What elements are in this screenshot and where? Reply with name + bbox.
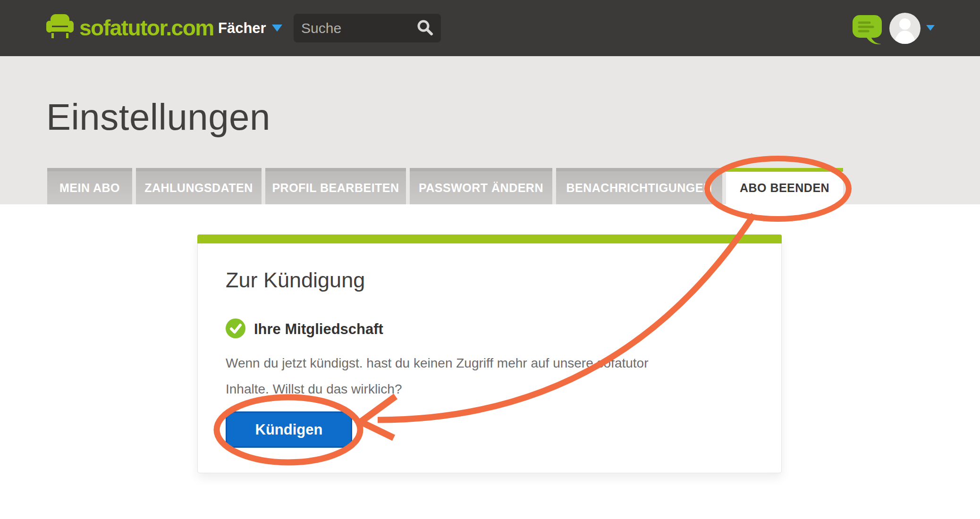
search-box	[294, 14, 441, 42]
page-title: Einstellungen	[46, 96, 270, 139]
cancellation-body-text: Wenn du jetzt kündigst. hast du keinen Z…	[226, 351, 726, 402]
search-input[interactable]	[301, 20, 416, 36]
chevron-down-icon	[272, 25, 282, 32]
navbar: sofatutor.com Fächer	[0, 0, 980, 56]
tab-benachrichtigungen[interactable]: BENACHRICHTIGUNGEN	[556, 168, 722, 204]
menu-label: Fächer	[218, 20, 266, 37]
account-chevron-down-icon[interactable]	[926, 25, 935, 31]
search-icon[interactable]	[416, 19, 433, 37]
card-top-accent-bar	[197, 234, 782, 243]
settings-header-section: Einstellungen MEIN ABO ZAHLUNGSDATEN PRO…	[0, 56, 980, 204]
body-line-2: Inhalte. Willst du das wirklich?	[226, 377, 726, 402]
person-icon	[889, 38, 921, 44]
check-circle-icon	[226, 318, 245, 340]
tab-mein-abo[interactable]: MEIN ABO	[47, 168, 132, 204]
brand-name: sofatutor.com	[79, 15, 214, 41]
tab-zahlungsdaten[interactable]: ZAHLUNGSDATEN	[136, 168, 262, 204]
sofa-icon	[46, 13, 74, 42]
card-heading: Zur Kündigung	[226, 268, 781, 293]
chat-bubble-icon	[852, 40, 884, 47]
tab-profil-bearbeiten[interactable]: PROFIL BEARBEITEN	[265, 168, 406, 204]
avatar[interactable]	[889, 13, 921, 44]
cancellation-card: Zur Kündigung Ihre Mitgliedschaft Wenn d…	[197, 234, 782, 473]
tab-passwort-aendern[interactable]: PASSWORT ÄNDERN	[410, 168, 552, 204]
membership-title: Ihre Mitgliedschaft	[254, 321, 383, 338]
tab-abo-beenden[interactable]: ABO BEENDEN	[726, 168, 843, 204]
brand-logo[interactable]: sofatutor.com	[46, 13, 214, 42]
body-line-1: Wenn du jetzt kündigst. hast du keinen Z…	[226, 351, 726, 377]
messages-button[interactable]	[852, 14, 884, 47]
settings-tab-bar: MEIN ABO ZAHLUNGSDATEN PROFIL BEARBEITEN…	[47, 168, 843, 204]
nav-menu-faecher[interactable]: Fächer	[218, 0, 282, 56]
cancel-subscription-button[interactable]: Kündigen	[226, 411, 352, 448]
membership-row: Ihre Mitgliedschaft	[226, 318, 781, 340]
